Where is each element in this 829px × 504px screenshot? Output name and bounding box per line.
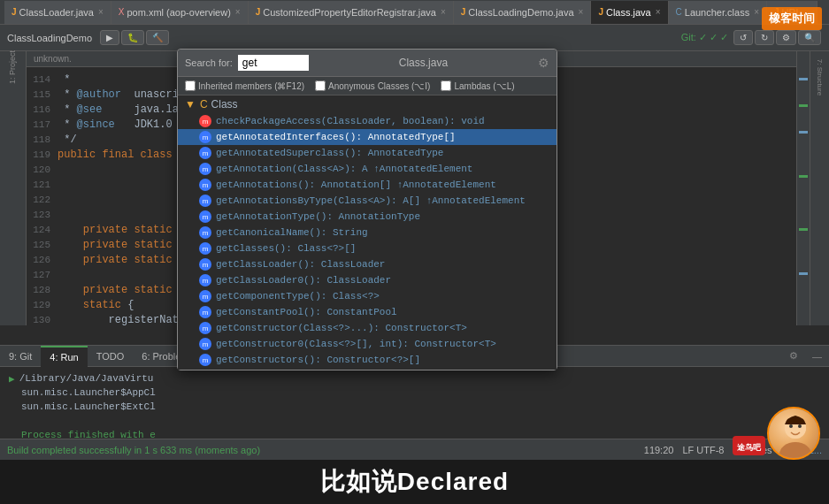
- run-output: ▶ /Library/Java/JavaVirtu sun.misc.Launc…: [0, 367, 829, 447]
- status-left: Build completed successfully in 1 s 633 …: [7, 445, 260, 455]
- build-status: Build completed successfully in 1 s 633 …: [7, 445, 260, 455]
- item-text-14: getConstructor0(Class<?>[], int): Constr…: [216, 339, 496, 349]
- item-text-8: getClasses(): Class<?>[]: [216, 243, 356, 254]
- item-text-1: getAnnotatedInterfaces(): AnnotatedType[…: [216, 132, 456, 142]
- tab-classjava[interactable]: J Class.java ×: [591, 1, 668, 24]
- tree-item-5[interactable]: m getAnnotationsByType(Class<A>): A[] ↑A…: [178, 193, 557, 209]
- anonymous-checkbox[interactable]: Anonymous Classes (⌥I): [315, 80, 430, 91]
- class-icon: C: [200, 98, 208, 111]
- tab-customized[interactable]: J CustomizedPropertyEditorRegistrar.java…: [249, 1, 454, 24]
- lambdas-label: Lambdas (⌥L): [454, 81, 514, 91]
- tab-launcher-close[interactable]: ×: [754, 7, 759, 17]
- project-name: ClassLoadingDemo: [7, 33, 92, 43]
- gutter-mark-2: [799, 104, 808, 107]
- tree-item-2[interactable]: m getAnnotatedSuperclass(): AnnotatedTyp…: [178, 145, 557, 161]
- search-input[interactable]: [238, 55, 309, 71]
- tree-item-12[interactable]: m getConstantPool(): ConstantPool: [178, 304, 557, 320]
- ide-window: J ClassLoader.java × X pom.xml (aop-over…: [0, 0, 829, 504]
- tree-item-15[interactable]: m getConstructors(): Constructor<?>[]: [178, 352, 557, 368]
- logo-text: 途鸟吧: [737, 443, 761, 452]
- method-icon-14: m: [199, 338, 211, 350]
- gutter-mark-5: [799, 228, 808, 231]
- tree-item-14[interactable]: m getConstructor0(Class<?>[], int): Cons…: [178, 336, 557, 352]
- item-text-6: getAnnotationType(): AnnotationType: [216, 211, 420, 222]
- settings-button[interactable]: ⚙: [776, 30, 796, 45]
- tree-item-0[interactable]: m checkPackageAccess(ClassLoader, boolea…: [178, 113, 557, 129]
- footer-text: 比如说Declared: [320, 465, 509, 499]
- gutter-mark-4: [799, 175, 808, 178]
- lambdas-checkbox[interactable]: Lambdas (⌥L): [441, 80, 514, 91]
- search-popup-title: Class.java: [309, 57, 538, 69]
- tab-classloadingdemo-close[interactable]: ×: [579, 7, 584, 17]
- watermark: 橡客时间: [762, 7, 822, 30]
- inherited-checkbox[interactable]: Inherited members (⌘F12): [185, 80, 304, 91]
- tab-classloadingdemo-label: ClassLoadingDemo.java: [468, 7, 573, 18]
- tab-classjava-close[interactable]: ×: [656, 7, 661, 17]
- tab-classloader[interactable]: J ClassLoader.java ×: [4, 1, 111, 24]
- method-icon-15: m: [199, 354, 211, 366]
- search-popup: Search for: Class.java ⚙ Inherited membe…: [177, 49, 557, 370]
- tree-item-11[interactable]: m getComponentType(): Class<?>: [178, 288, 557, 304]
- method-icon-10: m: [199, 274, 211, 286]
- tab-customized-close[interactable]: ×: [441, 7, 446, 17]
- run-line-3: [9, 414, 820, 428]
- svg-point-3: [789, 424, 793, 428]
- tab-classloader-label: ClassLoader.java: [19, 7, 94, 18]
- item-text-12: getConstantPool(): ConstantPool: [216, 307, 397, 317]
- tab-pomxml[interactable]: X pom.xml (aop-overview) ×: [111, 1, 249, 24]
- bottom-tab-run[interactable]: 4: Run: [41, 346, 87, 367]
- sidebar-project-icon[interactable]: 1: Project: [4, 58, 22, 76]
- build-button[interactable]: 🔨: [146, 30, 169, 45]
- redo-button[interactable]: ↻: [755, 30, 774, 45]
- tree-item-1[interactable]: m getAnnotatedInterfaces(): AnnotatedTyp…: [178, 129, 557, 145]
- method-icon-2: m: [199, 147, 211, 159]
- item-text-15: getConstructors(): Constructor<?>[]: [216, 355, 420, 365]
- tab-customized-label: CustomizedPropertyEditorRegistrar.java: [263, 7, 436, 18]
- item-text-5: getAnnotationsByType(Class<A>): A[] ↑Ann…: [216, 195, 526, 206]
- tree-item-9[interactable]: m getClassLoader(): ClassLoader: [178, 256, 557, 272]
- tree-item-7[interactable]: m getCanonicalName(): String: [178, 225, 557, 241]
- method-icon-7: m: [199, 226, 211, 239]
- tab-launcher-label: Launcher.class: [685, 7, 749, 18]
- method-icon-11: m: [199, 290, 211, 302]
- run-line-text-0: /Library/Java/JavaVirtu: [19, 373, 154, 384]
- search-header: Search for: Class.java ⚙: [178, 50, 557, 77]
- avatar-image: [769, 409, 818, 458]
- tree-item-13[interactable]: m getConstructor(Class<?>...): Construct…: [178, 320, 557, 336]
- run-button[interactable]: ▶: [100, 30, 119, 45]
- svg-point-4: [798, 424, 802, 428]
- tree-item-8[interactable]: m getClasses(): Class<?>[]: [178, 241, 557, 256]
- item-text-10: getClassLoader0(): ClassLoader: [216, 275, 391, 286]
- item-text-7: getCanonicalName(): String: [216, 227, 368, 238]
- tree-item-3[interactable]: m getAnnotation(Class<A>): A ↑AnnotatedE…: [178, 161, 557, 177]
- tab-pomxml-close[interactable]: ×: [235, 7, 241, 17]
- tab-classjava-label: Class.java: [606, 7, 651, 18]
- item-text-2: getAnnotatedSuperclass(): AnnotatedType: [216, 148, 443, 158]
- tree-root-label: Class: [211, 98, 238, 111]
- minimize-icon-bottom[interactable]: —: [805, 351, 829, 362]
- debug-button[interactable]: 🐛: [121, 30, 144, 45]
- undo-button[interactable]: ↺: [733, 30, 753, 45]
- tree-item-4[interactable]: m getAnnotations(): Annotation[] ↑Annota…: [178, 177, 557, 193]
- footer-area: 比如说Declared: [0, 460, 829, 504]
- tree-item-6[interactable]: m getAnnotationType(): AnnotationType: [178, 209, 557, 225]
- tree-root[interactable]: ▼ C Class: [178, 95, 557, 113]
- tree-item-16[interactable]: m getDeclaredAnnotation(Class<A>): A ↑An…: [178, 368, 557, 370]
- run-line-2: sun.misc.Launcher$ExtCl: [9, 400, 820, 414]
- bottom-tab-todo[interactable]: TODO: [88, 346, 134, 367]
- settings-icon-bottom[interactable]: ⚙: [782, 350, 805, 362]
- bottom-tab-git[interactable]: 9: Git: [0, 346, 41, 367]
- method-icon-3: m: [199, 163, 211, 175]
- method-icon-13: m: [199, 322, 211, 334]
- tab-launcher[interactable]: C Launcher.class ×: [669, 1, 767, 24]
- method-icon-1: m: [199, 131, 211, 143]
- run-line-text-1: sun.misc.Launcher$AppCl: [21, 387, 156, 398]
- item-text-11: getComponentType(): Class<?>: [216, 291, 380, 302]
- tab-classloader-close[interactable]: ×: [98, 7, 104, 17]
- search-for-label: Search for:: [185, 57, 233, 68]
- tab-classloadingdemo[interactable]: J ClassLoadingDemo.java ×: [454, 1, 592, 24]
- logo-badge: 途鸟吧: [733, 436, 765, 455]
- tree-item-10[interactable]: m getClassLoader0(): ClassLoader: [178, 272, 557, 288]
- search-button[interactable]: 🔍: [798, 30, 821, 45]
- settings-gear-icon[interactable]: ⚙: [538, 56, 549, 70]
